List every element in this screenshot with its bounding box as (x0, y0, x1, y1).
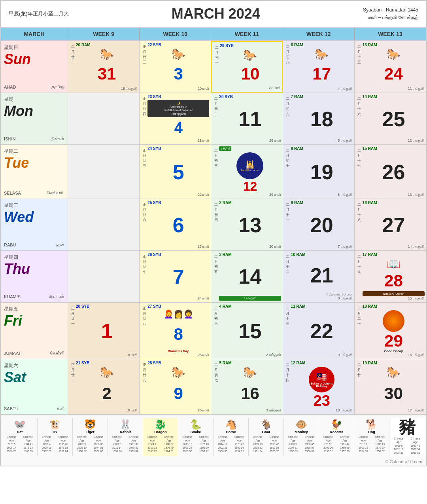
thursday-row: 星期四 Thu KHAMIS வியாழன் 正 月 廿 七 26 (1, 251, 426, 303)
tuesday-row: 星期二 Tue SELASA செவ்வாய் 正 月 廿 五 2 (1, 145, 426, 199)
zodiac-rabbit: 🐰 Rabbit ChineseChinese AgeAge 2023 2198… (108, 418, 143, 456)
wednesday-row: 星期三 Wed RABU புதன் 正 月 廿 六 25 SYB (1, 199, 426, 251)
zodiac-monkey: 🐵 Monkey ChineseChinese AgeAge 2016 9198… (284, 418, 319, 456)
cell-fri-w9: 正 月 廿 一 20 SYB 1 18 மாசி (68, 303, 140, 359)
zodiac-tiger: 🐯 Tiger ChineseChinese AgeAge 2022 31986… (73, 418, 108, 456)
cell-mon-w11: 二 月 初 二 30 SYB 11 28 மாசி (211, 93, 283, 144)
tuesday-label: 星期二 Tue SELASA செவ்வாய் (1, 145, 68, 199)
friday-label: 星期五 Fri JUMAAT வெள்ளி (1, 303, 68, 359)
cell-wed-w9 (68, 199, 140, 250)
week-header-row: MARCH WEEK 9 WEEK 10 WEEK 11 WEEK 12 WEE… (1, 28, 426, 41)
cell-sun-w9: 二 月 廿 二 20 RAM 🐎 31 18 பங்குனி (68, 41, 140, 93)
calendar-wrapper: 甲辰(龙)年正月小至二月大 MARCH 2024 Syaaban - Ramad… (0, 0, 427, 466)
cell-wed-w12: 二 月 十 一 9 RAM 20 7 பங்குனி (283, 199, 355, 250)
cell-sun-w11: 二 月 初 一 29 SYB 🐎 10 27 மாசி (211, 41, 283, 93)
monday-row: 星期一 Mon ISNIN திங்கள் 正 月 廿 四 23 (1, 93, 426, 145)
sunday-row: 星期日 Sun AHAD ஞாயிறு 二 月 廿 二 20 RAM (1, 41, 426, 93)
footer-copyright: © Calendar2U.com (1, 458, 426, 466)
saturday-label: 星期六 Sat SABTU சனி (1, 359, 68, 414)
zodiac-snake: 🐍 Snake ChineseChinese AgeAge 2013 12197… (178, 418, 214, 456)
cell-thu-w12: 二 月 十 二 10 RAM 21 © Calendar2U.com 8 பங்… (283, 251, 355, 302)
cell-fri-w13: 二 月 二 十 18 RAM 29 Good Friday 16 பங்குனி (355, 303, 426, 359)
cell-fri-w12: 二 月 十 三 11 RAM 22 9 பங்குனி (283, 303, 355, 359)
col-header-week9: WEEK 9 (68, 28, 140, 40)
col-header-march: MARCH (1, 28, 68, 40)
wednesday-label: 星期三 Wed RABU புதன் (1, 199, 68, 250)
zodiac-pig: 豬 ChineseChinese AgeAge 2019 61983 42 20… (389, 418, 425, 456)
zodiac-dragon: 🐉 Dragon ChineseChinese AgeAge 2024 1198… (143, 418, 178, 456)
col-header-week12: WEEK 12 (283, 28, 355, 40)
cell-tue-w9 (68, 145, 140, 199)
cell-sat-w13: 二 月 廿 一 19 RAM 🐎 30 17 பங்குனி (355, 359, 426, 414)
cell-sat-w10: 正 月 廿 九 28 SYB 🐎 9 26 மாசி (140, 359, 211, 414)
cell-thu-w13: 二 月 十 九 17 RAM 📖 28 Nuzul Al-Quran 15 பங… (355, 251, 426, 302)
cell-tue-w12: 二 月 初 十 8 RAM 19 6 பங்குனி (283, 145, 355, 199)
cell-wed-w13: 二 月 十 八 16 RAM 27 14 பங்குனி (355, 199, 426, 250)
month-title: MARCH 2024 (172, 6, 260, 22)
good-friday-sun (383, 310, 404, 332)
zodiac-goat: 🐐 Goat ChineseChinese AgeAge 2015 101979… (249, 418, 284, 456)
cell-fri-w11: 二 月 初 六 4 RAM 15 2 பங்குனி (211, 303, 283, 359)
monday-label: 星期一 Mon ISNIN திங்கள் (1, 93, 68, 144)
zodiac-rooster: 🐓 Rooster ChineseChinese AgeAge 2017 819… (319, 418, 354, 456)
friday-row: 星期五 Fri JUMAAT வெள்ளி 正 月 廿 一 20 SYB (1, 303, 426, 359)
cell-tue-w10: 正 月 廿 五 24 SYB 5 22 மாசி (140, 145, 211, 199)
cell-sun-w10: 正 月 廿 三 22 SYB 🐎 3 20 மாசி (140, 41, 211, 93)
zodiac-horse: 🐴 Horse ChineseChinese AgeAge 2014 11197… (214, 418, 249, 456)
saturday-row: 星期六 Sat SABTU சனி 正 月 廿 二 21 SYB (1, 359, 426, 415)
col-header-week13: WEEK 13 (355, 28, 426, 40)
cell-wed-w10: 正 月 廿 六 25 SYB 6 23 மாசி (140, 199, 211, 250)
cell-sat-w12: 二 月 十 四 12 RAM 🇲🇾 Sultan of Johor's Birt… (283, 359, 355, 414)
cell-sat-w9: 正 月 廿 二 21 SYB 🐎 2 19 மாசி (68, 359, 140, 414)
zodiac-dog: 🐕 Dog ChineseChinese AgeAge 2018 71982 4… (354, 418, 389, 456)
cell-mon-w9 (68, 93, 140, 144)
chinese-header: 甲辰(龙)年正月小至二月大 (9, 10, 69, 17)
cell-tue-w13: 二 月 十 七 15 RAM 26 13 பங்குனி (355, 145, 426, 199)
cell-thu-w11: 二 月 初 五 3 RAM 14 1 பங்குனி (211, 251, 283, 302)
cell-mon-w10: 正 月 廿 四 23 SYB 🌙 Anniversary of Installa… (140, 93, 211, 144)
islamic-header: Syaaban - Ramadan 1445 மாசி – பங்குனி சோ… (363, 6, 418, 21)
cell-sat-w11: 二 月 初 七 5 RAM 🐎 16 3 பங்குனி (211, 359, 283, 414)
cell-mon-w12: 二 月 初 九 7 RAM 18 5 பங்குனி (283, 93, 355, 144)
col-header-week10: WEEK 10 (140, 28, 211, 40)
cell-sun-w12: 二 月 初 八 6 RAM 🐎 17 4 பங்குனி (283, 41, 355, 93)
zodiac-section: 🐭 Rat ChineseChinese AgeAge 2020 51984 4… (1, 415, 426, 458)
calendar-header: 甲辰(龙)年正月小至二月大 MARCH 2024 Syaaban - Ramad… (1, 1, 426, 28)
zodiac-grid: 🐭 Rat ChineseChinese AgeAge 2020 51984 4… (2, 418, 425, 456)
sunday-label: 星期日 Sun AHAD ஞாயிறு (1, 41, 68, 93)
col-header-week11: WEEK 11 (211, 28, 283, 40)
cell-wed-w11: 二 月 初 四 2 RAM 13 30 மாசி (211, 199, 283, 250)
cell-thu-w9 (68, 251, 140, 302)
thursday-label: 星期四 Thu KHAMIS வியாழன் (1, 251, 68, 302)
cell-sun-w13: 二 月 十 五 13 RAM 🐎 24 11 பங்குனி (355, 41, 426, 93)
cell-thu-w10: 正 月 廿 七 26 SYB 7 24 மாசி (140, 251, 211, 302)
zodiac-rat: 🐭 Rat ChineseChinese AgeAge 2020 51984 4… (2, 418, 38, 456)
cell-tue-w11: 二 月 初 三 1 RAM 🕌 Awal Ramadan 12 29 மாசி (211, 145, 283, 199)
cell-mon-w13: 二 月 十 六 14 RAM 25 12 பங்குனி (355, 93, 426, 144)
cell-fri-w10: 正 月 廿 八 27 SYB 👩‍🦰👩👩‍🦱 8 Women's Day 25 … (140, 303, 211, 359)
zodiac-ox: 🐮 Ox ChineseChinese AgeAge 2021 41985 40… (38, 418, 73, 456)
